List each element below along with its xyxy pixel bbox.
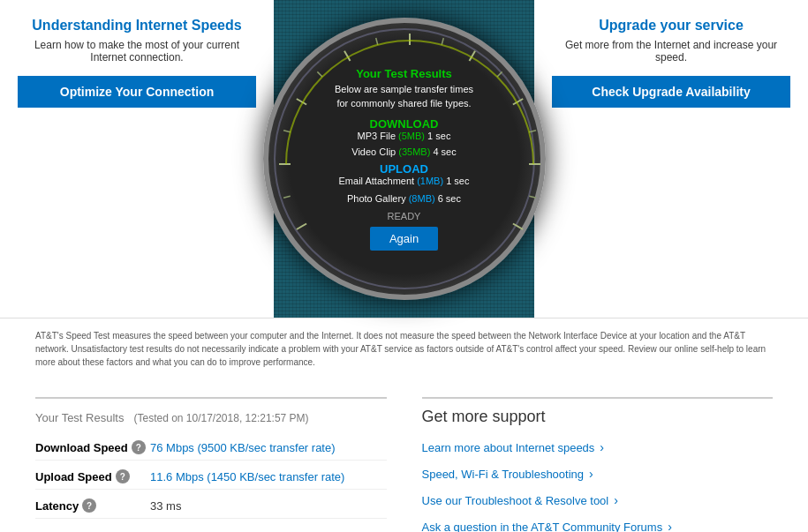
support-link-1[interactable]: Speed, Wi-Fi & Troubleshooting › — [422, 467, 774, 481]
latency-value: 33 ms — [150, 499, 181, 513]
gauge-ready-label: READY — [335, 211, 473, 221]
main-gauge-container: .tick { stroke: #8a9a6a; stroke-width: 1… — [245, 0, 563, 318]
latency-label: Latency ? — [35, 498, 150, 513]
gauge-result-title: Your Test Results — [335, 67, 473, 80]
support-link-0-text: Learn more about Internet speeds — [422, 441, 595, 454]
disclaimer-section: AT&T's Speed Test measures the speed bet… — [0, 318, 808, 379]
svg-line-9 — [283, 196, 291, 198]
chevron-icon-3: › — [668, 520, 672, 532]
gauge-upload-section-label: UPLOAD — [335, 162, 473, 176]
download-speed-row: Download Speed ? 76 Mbps (9500 KB/sec tr… — [35, 440, 387, 461]
gauge-email-detail: Email Attachment (1MB) 1 sec — [335, 176, 473, 186]
left-card-description: Learn how to make the most of your curre… — [18, 39, 256, 64]
gauge-video-detail: Video Clip (35MB) 4 sec — [335, 146, 473, 157]
gauge-mp3-detail: MP3 File (5MB) 1 sec — [335, 131, 473, 141]
optimize-button[interactable]: Optimize Your Connection — [18, 76, 256, 108]
gauge-result-subtitle: Below are sample transfer timesfor commo… — [335, 83, 473, 110]
top-section: Understanding Internet Speeds Learn how … — [0, 0, 808, 318]
svg-line-10 — [283, 131, 291, 132]
svg-line-11 — [317, 71, 322, 77]
svg-line-15 — [529, 131, 536, 132]
right-info-card: Upgrade your service Get more from the I… — [534, 0, 808, 318]
left-info-card: Understanding Internet Speeds Learn how … — [0, 0, 274, 318]
latency-help-icon[interactable]: ? — [82, 498, 96, 513]
results-panel-title: Your Test Results (Tested on 10/17/2018,… — [35, 408, 387, 426]
download-speed-label: Download Speed ? — [35, 440, 150, 454]
gauge-photo-detail: Photo Gallery (8MB) 6 sec — [335, 193, 473, 204]
upgrade-button[interactable]: Check Upgrade Availability — [552, 76, 790, 108]
download-speed-value: 76 Mbps (9500 KB/sec transfer rate) — [150, 441, 336, 454]
svg-line-2 — [296, 99, 306, 105]
svg-line-5 — [469, 51, 475, 61]
support-link-2-text: Use our Troubleshoot & Resolve tool — [422, 494, 609, 507]
svg-line-6 — [512, 99, 522, 105]
svg-line-0 — [296, 224, 306, 230]
upload-speed-value: 11.6 Mbps (1450 KB/sec transfer rate) — [150, 470, 344, 483]
gauge-download-section-label: DOWNLOAD — [335, 117, 473, 131]
left-card-title: Understanding Internet Speeds — [32, 18, 241, 34]
support-link-0[interactable]: Learn more about Internet speeds › — [422, 440, 774, 454]
chevron-icon-1: › — [589, 467, 593, 481]
support-link-3-text: Ask a question in the AT&T Community For… — [422, 521, 663, 533]
right-card-title: Upgrade your service — [599, 18, 744, 34]
upload-help-icon[interactable]: ? — [116, 469, 130, 483]
support-link-3[interactable]: Ask a question in the AT&T Community For… — [422, 520, 774, 532]
svg-line-16 — [529, 196, 536, 198]
disclaimer-text: AT&T's Speed Test measures the speed bet… — [35, 329, 773, 369]
support-link-1-text: Speed, Wi-Fi & Troubleshooting — [422, 468, 585, 481]
right-card-description: Get more from the Internet and increase … — [552, 39, 790, 64]
main-speedometer: .tick { stroke: #8a9a6a; stroke-width: 1… — [263, 18, 546, 300]
chevron-icon-0: › — [600, 440, 604, 454]
test-results-panel: Your Test Results (Tested on 10/17/2018,… — [35, 397, 387, 532]
support-panel: Get more support Learn more about Intern… — [422, 397, 774, 532]
upload-speed-row: Upload Speed ? 11.6 Mbps (1450 KB/sec tr… — [35, 469, 387, 490]
download-help-icon[interactable]: ? — [132, 440, 146, 454]
support-link-2[interactable]: Use our Troubleshoot & Resolve tool › — [422, 493, 774, 507]
gauge-results-inner: Your Test Results Below are sample trans… — [326, 58, 482, 259]
svg-line-3 — [344, 51, 351, 61]
support-panel-title: Get more support — [422, 408, 774, 426]
chevron-icon-2: › — [614, 493, 618, 507]
upload-speed-label: Upload Speed ? — [35, 469, 150, 483]
again-button[interactable]: Again — [370, 227, 438, 251]
latency-row: Latency ? 33 ms — [35, 498, 387, 519]
gauge-ticks-svg: .tick { stroke: #8a9a6a; stroke-width: 1… — [268, 23, 551, 305]
svg-line-8 — [512, 224, 522, 230]
svg-line-13 — [442, 38, 443, 45]
results-section: Your Test Results (Tested on 10/17/2018,… — [0, 379, 808, 532]
tested-on-timestamp: (Tested on 10/17/2018, 12:21:57 PM) — [133, 412, 308, 424]
svg-line-12 — [375, 38, 377, 45]
svg-line-14 — [496, 71, 502, 77]
